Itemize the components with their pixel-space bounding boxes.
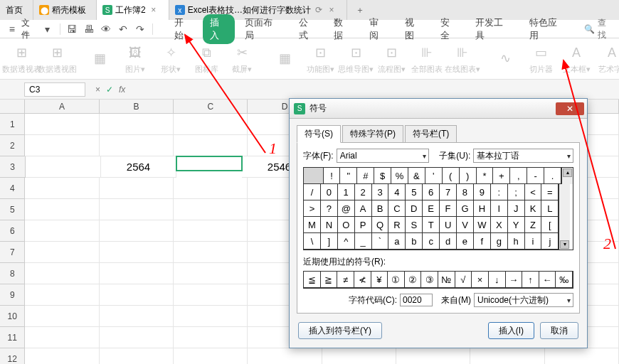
symbol-cell[interactable]: a [388, 232, 406, 250]
save-icon[interactable]: 🖫 [65, 21, 80, 37]
symbol-cell[interactable]: F [439, 200, 457, 217]
symbol-cell[interactable]: J [507, 200, 525, 217]
recent-symbol[interactable]: ≧ [320, 271, 338, 288]
symbol-cell[interactable]: K [524, 200, 542, 217]
cell-C10[interactable] [174, 306, 248, 327]
ribbon-功能图▾[interactable]: ⊡功能图▾ [306, 43, 334, 75]
symbol-cell[interactable]: & [408, 167, 425, 184]
symbol-cell[interactable]: _ [354, 232, 372, 250]
symbol-cell[interactable]: = [541, 183, 559, 200]
symbol-cell[interactable]: 2 [354, 183, 372, 200]
symbol-cell[interactable]: d [439, 232, 457, 250]
ribbon-流程图▾[interactable]: ⊡流程图▾ [377, 43, 406, 75]
symbol-cell[interactable]: \ [303, 232, 321, 250]
cell-B5[interactable] [100, 199, 174, 220]
close-icon[interactable]: × [149, 5, 159, 15]
cell-C6[interactable] [174, 220, 248, 242]
insert-to-bar-button[interactable]: 插入到符号栏(Y) [298, 322, 382, 339]
symbol-cell[interactable]: / [303, 183, 321, 200]
recent-symbol[interactable]: √ [455, 271, 472, 288]
close-button[interactable]: ✕ [556, 102, 584, 115]
symbol-cell[interactable]: ^ [337, 232, 355, 250]
symbol-cell[interactable]: ? [320, 200, 338, 217]
cell-C7[interactable] [174, 242, 248, 263]
search-menu[interactable]: 🔍查找 [584, 17, 615, 41]
cell-B2[interactable] [100, 135, 174, 156]
symbol-cell[interactable]: - [527, 167, 544, 184]
row-header-9[interactable]: 9 [0, 284, 25, 306]
cell-C8[interactable] [174, 263, 248, 284]
symbol-cell[interactable]: T [422, 216, 440, 233]
cell-A3[interactable] [26, 156, 101, 178]
symbol-cell[interactable]: 3 [371, 183, 389, 200]
cell-C5[interactable] [174, 199, 248, 220]
symbol-cell[interactable]: Y [507, 216, 525, 233]
row-header-6[interactable]: 6 [0, 220, 25, 242]
symbol-cell[interactable]: + [492, 167, 510, 184]
cell-C1[interactable] [174, 114, 248, 135]
cell-B4[interactable] [100, 178, 174, 199]
cell-A2[interactable] [25, 135, 99, 156]
cell-A5[interactable] [25, 199, 99, 220]
print-icon[interactable]: 🖶 [81, 21, 97, 37]
menu-tab-审阅[interactable]: 审阅 [362, 14, 395, 44]
cell-A4[interactable] [25, 178, 99, 199]
recent-symbol[interactable]: ② [404, 271, 422, 288]
symbol-cell[interactable]: . [544, 167, 561, 184]
symbol-cell[interactable]: R [388, 216, 406, 233]
cell-B3[interactable]: 2564 [101, 156, 176, 178]
ribbon-在线图表▾[interactable]: ⊪在线图表▾ [448, 43, 477, 75]
symbol-cell[interactable]: O [337, 216, 355, 233]
symbol-cell[interactable]: G [456, 200, 474, 217]
row-header-11[interactable]: 11 [0, 327, 25, 348]
symbol-cell[interactable]: X [490, 216, 508, 233]
cell-C11[interactable] [174, 327, 248, 348]
col-header-C[interactable]: C [174, 100, 248, 113]
symbol-cell[interactable]: % [391, 167, 408, 184]
confirm-fx-icon[interactable]: ✓ [106, 85, 113, 95]
symbol-cell[interactable]: 0 [320, 183, 338, 200]
recent-symbol[interactable]: ≦ [303, 271, 321, 288]
row-header-12[interactable]: 12 [0, 348, 25, 364]
undo-icon[interactable]: ↶ [115, 21, 131, 37]
recent-symbol[interactable]: № [438, 271, 455, 288]
symbol-cell[interactable]: ] [320, 232, 338, 250]
dialog-tab-1[interactable]: 特殊字符(P) [342, 125, 403, 143]
recent-symbol[interactable]: ① [387, 271, 405, 288]
recent-symbol[interactable]: → [505, 271, 523, 288]
recent-symbol[interactable]: ↑ [522, 271, 539, 288]
cell-A10[interactable] [25, 306, 99, 327]
cell-B6[interactable] [100, 220, 174, 242]
cell-D12[interactable] [248, 348, 322, 364]
fx-icon[interactable]: fx [119, 85, 125, 95]
symbol-cell[interactable]: H [473, 200, 491, 217]
symbol-cell[interactable]: 9 [473, 183, 491, 200]
recent-symbol[interactable]: ≮ [354, 271, 371, 288]
cell-F12[interactable] [396, 348, 470, 364]
cancel-fx-icon[interactable]: × [95, 85, 100, 95]
menu-tab-插入[interactable]: 插入 [203, 14, 236, 44]
symbol-cell[interactable]: 4 [388, 183, 406, 200]
symbol-cell[interactable]: e [456, 232, 474, 250]
menu-tab-开发工具[interactable]: 开发工具 [468, 14, 519, 44]
col-header-B[interactable]: B [100, 100, 174, 113]
symbol-cell[interactable]: 5 [405, 183, 423, 200]
cell-C9[interactable] [174, 284, 248, 306]
symbol-cell[interactable]: > [303, 200, 321, 217]
cell-A6[interactable] [25, 220, 99, 242]
recent-symbol[interactable]: ¥ [371, 271, 388, 288]
symbol-cell[interactable]: ' [425, 167, 443, 184]
symbol-cell[interactable]: h [507, 232, 525, 250]
symbol-cell[interactable]: ` [371, 232, 389, 250]
symbol-cell[interactable]: b [405, 232, 423, 250]
row-header-4[interactable]: 4 [0, 178, 25, 199]
insert-button[interactable]: 插入(I) [488, 322, 534, 339]
name-box[interactable]: C3 [24, 82, 85, 97]
cell-E12[interactable] [322, 348, 396, 364]
ribbon-数据透视图[interactable]: ⊞数据透视图 [43, 43, 71, 75]
row-header-2[interactable]: 2 [0, 135, 25, 156]
menu-tab-视图[interactable]: 视图 [398, 14, 430, 44]
symbol-cell[interactable]: C [388, 200, 406, 217]
symbol-cell[interactable]: Q [371, 216, 389, 233]
cell-G12[interactable] [470, 348, 544, 364]
